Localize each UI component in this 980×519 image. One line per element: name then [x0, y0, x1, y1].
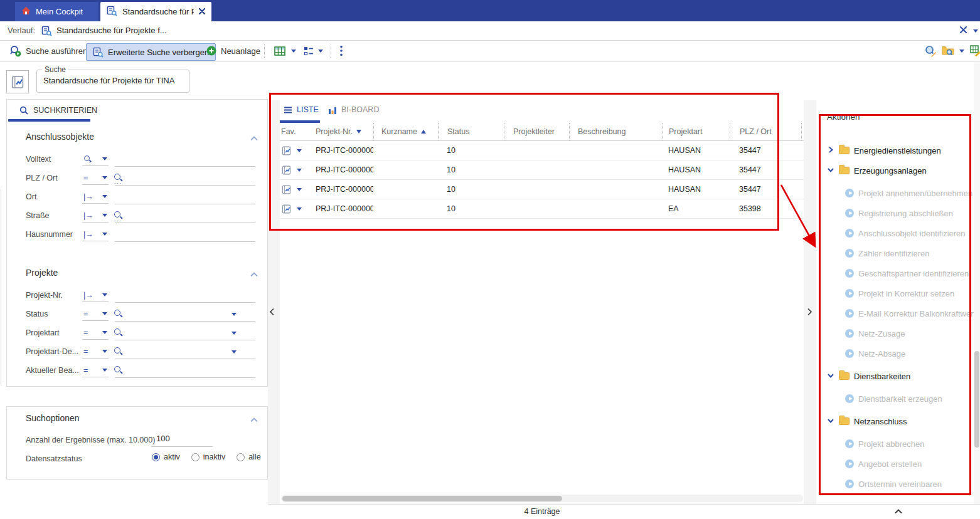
record-status-radio[interactable]: inaktiv	[191, 453, 225, 461]
lookup-icon[interactable]	[114, 309, 123, 318]
tree-chevron-icon[interactable]	[827, 166, 834, 176]
scrollbar-thumb[interactable]	[974, 351, 979, 448]
lookup-icon[interactable]	[114, 347, 123, 356]
row-actions-caret-icon[interactable]	[297, 207, 302, 211]
new-record-button[interactable]: Neuanlage	[206, 43, 260, 59]
action-item[interactable]: Projekt abbrechen	[816, 434, 974, 454]
layout-view-caret-icon[interactable]	[318, 43, 323, 59]
operator-selector[interactable]: =	[82, 326, 109, 340]
favorite-cell[interactable]	[280, 141, 316, 160]
vertical-scrollbar[interactable]	[974, 62, 980, 504]
tab-mein-cockpit[interactable]: Mein Cockpit	[15, 2, 99, 21]
collapse-bottom-icon[interactable]	[895, 509, 902, 514]
close-tab-icon[interactable]	[199, 7, 205, 16]
field-input[interactable]	[115, 228, 255, 242]
table-settings-button[interactable]	[970, 43, 980, 59]
column-header[interactable]: PLZ / Ort	[730, 123, 801, 140]
tab-bi-board[interactable]: BI-BOARD	[329, 105, 379, 114]
lookup-icon[interactable]	[114, 173, 123, 182]
column-header[interactable]: Kurzname	[373, 123, 438, 140]
scrollbar-thumb[interactable]	[282, 496, 562, 501]
table-row[interactable]: PRJ-ITC-000000210HAUSAN35447	[280, 180, 804, 199]
operator-selector[interactable]: =	[82, 364, 109, 377]
field-input[interactable]	[115, 288, 255, 303]
action-item[interactable]: Anschlussobjekt identifizieren	[816, 223, 974, 243]
run-search-button[interactable]: Suche ausführen	[9, 43, 87, 59]
field-input[interactable]	[115, 364, 255, 378]
tree-chevron-icon[interactable]	[827, 372, 834, 381]
layout-view-button[interactable]	[304, 43, 314, 59]
toggle-advanced-search-button[interactable]: Erweiterte Suche verbergen	[86, 43, 216, 61]
field-input[interactable]	[115, 345, 255, 359]
action-item[interactable]: Geschäftspartner identifizieren	[816, 263, 974, 283]
operator-selector[interactable]: =	[82, 307, 109, 321]
operator-selector[interactable]: |→	[82, 288, 109, 302]
field-input[interactable]	[115, 152, 255, 167]
more-actions-kebab-icon[interactable]	[339, 43, 343, 59]
column-header[interactable]: Beschreibung	[569, 123, 662, 140]
row-actions-caret-icon[interactable]	[297, 188, 302, 191]
column-header[interactable]: Projektart	[662, 123, 730, 140]
collapse-section-icon[interactable]	[250, 134, 258, 144]
grid-view-button[interactable]	[274, 43, 286, 59]
operator-selector[interactable]: =	[82, 171, 109, 185]
field-input[interactable]	[115, 190, 255, 204]
tab-suchkriterien[interactable]: SUCHKRITERIEN	[19, 106, 97, 115]
value-dropdown-caret-icon[interactable]	[232, 313, 237, 316]
value-dropdown-caret-icon[interactable]	[232, 332, 237, 335]
lookup-icon[interactable]	[114, 211, 123, 220]
favorite-cell[interactable]	[280, 160, 316, 179]
result-count-input[interactable]: 100	[151, 432, 213, 447]
action-item[interactable]: Ortstermin vereinbaren	[816, 474, 974, 494]
field-input[interactable]	[115, 171, 255, 186]
lookup-icon[interactable]	[114, 365, 123, 375]
operator-selector[interactable]	[82, 152, 109, 166]
tab-liste[interactable]: LISTE	[284, 105, 319, 114]
column-header[interactable]: Projekt-Nr.	[316, 123, 373, 140]
edit-search-button[interactable]	[924, 43, 937, 59]
operator-selector[interactable]: |→	[82, 228, 109, 241]
action-group[interactable]: Erzeugungsanlagen	[816, 160, 974, 181]
right-splitter[interactable]	[804, 100, 816, 504]
history-dropdown-caret-icon[interactable]	[973, 29, 978, 33]
action-item[interactable]: Dienstbarkeit erzeugen	[816, 389, 974, 409]
horizontal-scrollbar[interactable]	[281, 495, 803, 502]
collapse-section-icon[interactable]	[250, 270, 258, 280]
collapse-right-panel-icon[interactable]	[807, 308, 812, 318]
grid-view-caret-icon[interactable]	[291, 43, 296, 59]
lookup-icon[interactable]	[114, 328, 123, 337]
action-group[interactable]: Netzanschluss	[816, 411, 974, 431]
action-item[interactable]: Zähler identifizieren	[816, 243, 974, 263]
action-item[interactable]: Angebot erstellen	[816, 454, 974, 474]
tab-standardsuche[interactable]: Standardsuche für Pr...	[100, 2, 211, 21]
table-row[interactable]: PRJ-ITC-000000310HAUSAN35447	[280, 160, 804, 180]
record-status-radio[interactable]: aktiv	[152, 453, 180, 461]
action-item[interactable]: Registrierung abschließen	[816, 203, 974, 223]
action-group[interactable]: Dienstbarkeiten	[816, 366, 974, 386]
column-header[interactable]: Status	[438, 123, 504, 140]
open-search-folder-button[interactable]	[942, 43, 956, 59]
table-row[interactable]: PRJ-ITC-000000110EA35398	[280, 199, 804, 219]
favorite-cell[interactable]	[280, 180, 316, 199]
history-entry[interactable]: Standardsuche für Projekte f...	[56, 26, 167, 35]
row-actions-caret-icon[interactable]	[297, 149, 302, 152]
table-row[interactable]: PRJ-ITC-000000410HAUSAN35447	[280, 141, 804, 160]
action-item[interactable]: Projekt annehmen/übernehmen	[816, 183, 974, 203]
operator-selector[interactable]: =	[82, 345, 109, 359]
action-item[interactable]: Netz-Zusage	[816, 323, 974, 343]
operator-selector[interactable]: |→	[82, 209, 109, 223]
column-header[interactable]	[801, 123, 804, 140]
column-header[interactable]: Projektleiter	[504, 123, 569, 140]
record-status-radio[interactable]: alle	[237, 453, 260, 461]
search-name-field[interactable]: Suche Standardsuche für Projekte für TIN…	[36, 70, 189, 93]
favorite-cell[interactable]	[280, 199, 316, 218]
field-input[interactable]	[115, 326, 255, 340]
column-header[interactable]: Fav.	[280, 123, 316, 140]
row-actions-caret-icon[interactable]	[297, 169, 302, 172]
field-input[interactable]	[115, 307, 255, 322]
operator-selector[interactable]: |→	[82, 190, 109, 204]
close-history-icon[interactable]	[959, 26, 967, 36]
action-item[interactable]: Netz-Absage	[816, 343, 974, 364]
folder-caret-icon[interactable]	[959, 43, 964, 59]
action-group[interactable]: Energiedienstleistungen	[816, 140, 974, 160]
